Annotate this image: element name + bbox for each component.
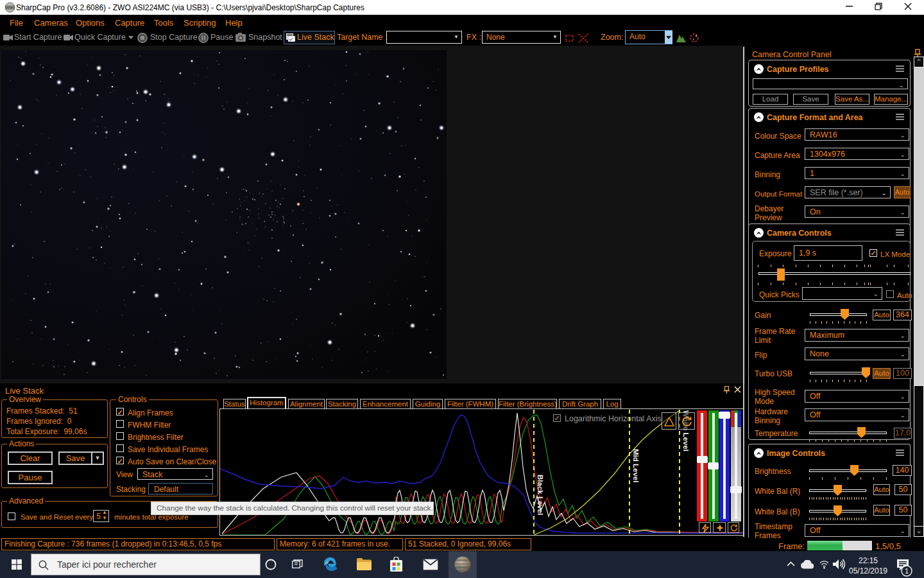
svg-text:Black Level: Black Level [536,475,544,515]
svg-text:Mid Level: Mid Level [632,449,640,482]
svg-text:1: 1 [905,567,909,575]
